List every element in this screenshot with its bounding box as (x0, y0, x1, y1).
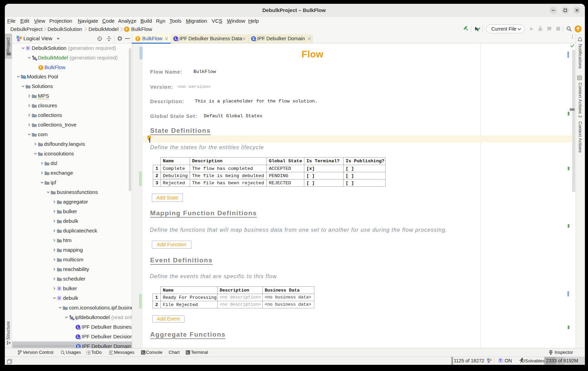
svg-text:L: L (20, 36, 22, 40)
svg-text:S: S (488, 361, 489, 363)
svg-text:F: F (137, 36, 139, 41)
svg-text:M: M (33, 57, 35, 60)
svg-text:L: L (77, 325, 79, 329)
svg-text:S: S (27, 46, 29, 50)
svg-text:S: S (18, 39, 19, 42)
svg-text:M: M (70, 316, 73, 320)
svg-text:F: F (40, 65, 42, 69)
svg-text:F: F (126, 27, 128, 31)
svg-text:S: S (58, 296, 60, 300)
svg-text:L: L (490, 359, 491, 361)
svg-text:L: L (77, 335, 79, 339)
svg-text:S: S (58, 286, 60, 290)
svg-text:E: E (252, 36, 255, 41)
svg-text:E: E (77, 345, 80, 348)
